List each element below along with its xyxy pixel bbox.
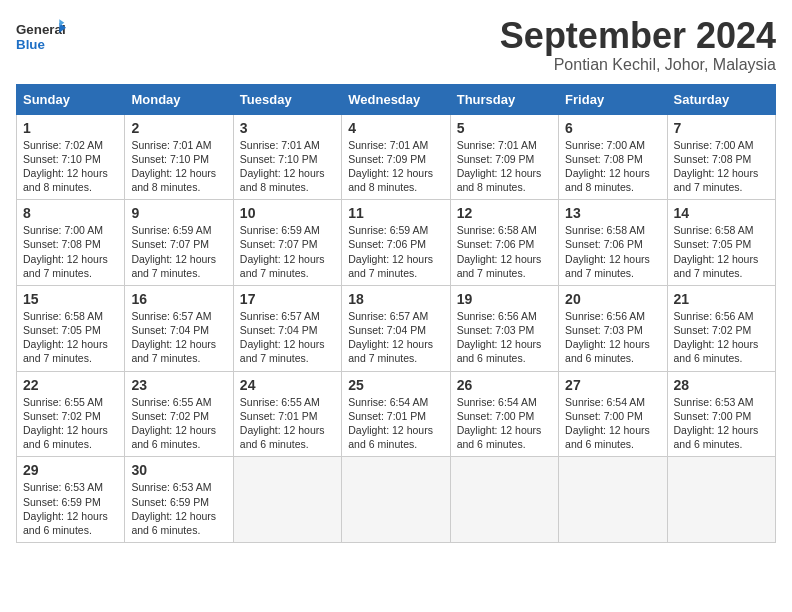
day-number: 16: [131, 291, 226, 307]
day-info: Sunrise: 7:01 AMSunset: 7:09 PMDaylight:…: [457, 138, 552, 195]
day-number: 30: [131, 462, 226, 478]
calendar-cell: 28Sunrise: 6:53 AMSunset: 7:00 PMDayligh…: [667, 371, 775, 457]
day-number: 26: [457, 377, 552, 393]
day-info: Sunrise: 6:56 AMSunset: 7:03 PMDaylight:…: [565, 309, 660, 366]
calendar-cell: 17Sunrise: 6:57 AMSunset: 7:04 PMDayligh…: [233, 285, 341, 371]
calendar-cell: 25Sunrise: 6:54 AMSunset: 7:01 PMDayligh…: [342, 371, 450, 457]
logo: General Blue: [16, 16, 66, 56]
calendar-cell: 29Sunrise: 6:53 AMSunset: 6:59 PMDayligh…: [17, 457, 125, 543]
day-number: 9: [131, 205, 226, 221]
day-of-week-header: Tuesday: [233, 84, 341, 114]
title-section: September 2024 Pontian Kechil, Johor, Ma…: [500, 16, 776, 74]
calendar-week-row: 29Sunrise: 6:53 AMSunset: 6:59 PMDayligh…: [17, 457, 776, 543]
calendar-cell: 27Sunrise: 6:54 AMSunset: 7:00 PMDayligh…: [559, 371, 667, 457]
calendar-cell: 7Sunrise: 7:00 AMSunset: 7:08 PMDaylight…: [667, 114, 775, 200]
calendar-cell: 14Sunrise: 6:58 AMSunset: 7:05 PMDayligh…: [667, 200, 775, 286]
day-info: Sunrise: 6:57 AMSunset: 7:04 PMDaylight:…: [348, 309, 443, 366]
day-number: 10: [240, 205, 335, 221]
day-number: 15: [23, 291, 118, 307]
calendar-cell: 3Sunrise: 7:01 AMSunset: 7:10 PMDaylight…: [233, 114, 341, 200]
month-year-title: September 2024: [500, 16, 776, 56]
day-info: Sunrise: 7:00 AMSunset: 7:08 PMDaylight:…: [674, 138, 769, 195]
day-info: Sunrise: 6:59 AMSunset: 7:07 PMDaylight:…: [240, 223, 335, 280]
day-info: Sunrise: 6:58 AMSunset: 7:05 PMDaylight:…: [674, 223, 769, 280]
day-number: 12: [457, 205, 552, 221]
day-info: Sunrise: 6:53 AMSunset: 7:00 PMDaylight:…: [674, 395, 769, 452]
calendar-cell: 16Sunrise: 6:57 AMSunset: 7:04 PMDayligh…: [125, 285, 233, 371]
calendar-cell: 19Sunrise: 6:56 AMSunset: 7:03 PMDayligh…: [450, 285, 558, 371]
calendar-cell: 30Sunrise: 6:53 AMSunset: 6:59 PMDayligh…: [125, 457, 233, 543]
svg-text:General: General: [16, 22, 66, 37]
day-info: Sunrise: 6:58 AMSunset: 7:05 PMDaylight:…: [23, 309, 118, 366]
calendar-cell: [450, 457, 558, 543]
day-info: Sunrise: 7:02 AMSunset: 7:10 PMDaylight:…: [23, 138, 118, 195]
calendar-cell: 18Sunrise: 6:57 AMSunset: 7:04 PMDayligh…: [342, 285, 450, 371]
day-of-week-header: Monday: [125, 84, 233, 114]
page-header: General Blue September 2024 Pontian Kech…: [16, 16, 776, 74]
calendar-cell: 24Sunrise: 6:55 AMSunset: 7:01 PMDayligh…: [233, 371, 341, 457]
day-number: 22: [23, 377, 118, 393]
day-info: Sunrise: 6:55 AMSunset: 7:02 PMDaylight:…: [23, 395, 118, 452]
day-info: Sunrise: 6:58 AMSunset: 7:06 PMDaylight:…: [457, 223, 552, 280]
day-info: Sunrise: 7:01 AMSunset: 7:10 PMDaylight:…: [240, 138, 335, 195]
day-info: Sunrise: 6:59 AMSunset: 7:07 PMDaylight:…: [131, 223, 226, 280]
calendar-cell: 21Sunrise: 6:56 AMSunset: 7:02 PMDayligh…: [667, 285, 775, 371]
calendar-cell: [559, 457, 667, 543]
calendar-cell: 9Sunrise: 6:59 AMSunset: 7:07 PMDaylight…: [125, 200, 233, 286]
day-info: Sunrise: 6:56 AMSunset: 7:03 PMDaylight:…: [457, 309, 552, 366]
day-info: Sunrise: 7:01 AMSunset: 7:10 PMDaylight:…: [131, 138, 226, 195]
day-number: 28: [674, 377, 769, 393]
calendar-cell: 13Sunrise: 6:58 AMSunset: 7:06 PMDayligh…: [559, 200, 667, 286]
day-info: Sunrise: 6:54 AMSunset: 7:01 PMDaylight:…: [348, 395, 443, 452]
calendar-week-row: 1Sunrise: 7:02 AMSunset: 7:10 PMDaylight…: [17, 114, 776, 200]
calendar-week-row: 22Sunrise: 6:55 AMSunset: 7:02 PMDayligh…: [17, 371, 776, 457]
day-number: 5: [457, 120, 552, 136]
day-number: 7: [674, 120, 769, 136]
day-number: 8: [23, 205, 118, 221]
calendar-cell: 11Sunrise: 6:59 AMSunset: 7:06 PMDayligh…: [342, 200, 450, 286]
day-info: Sunrise: 6:55 AMSunset: 7:02 PMDaylight:…: [131, 395, 226, 452]
day-number: 4: [348, 120, 443, 136]
day-info: Sunrise: 7:00 AMSunset: 7:08 PMDaylight:…: [23, 223, 118, 280]
calendar-cell: 26Sunrise: 6:54 AMSunset: 7:00 PMDayligh…: [450, 371, 558, 457]
svg-text:Blue: Blue: [16, 37, 45, 52]
day-number: 23: [131, 377, 226, 393]
calendar-cell: 2Sunrise: 7:01 AMSunset: 7:10 PMDaylight…: [125, 114, 233, 200]
day-info: Sunrise: 7:00 AMSunset: 7:08 PMDaylight:…: [565, 138, 660, 195]
day-number: 14: [674, 205, 769, 221]
day-number: 1: [23, 120, 118, 136]
calendar-cell: [342, 457, 450, 543]
day-number: 27: [565, 377, 660, 393]
calendar-cell: 10Sunrise: 6:59 AMSunset: 7:07 PMDayligh…: [233, 200, 341, 286]
calendar-cell: 8Sunrise: 7:00 AMSunset: 7:08 PMDaylight…: [17, 200, 125, 286]
day-number: 18: [348, 291, 443, 307]
calendar-header-row: SundayMondayTuesdayWednesdayThursdayFrid…: [17, 84, 776, 114]
day-number: 25: [348, 377, 443, 393]
day-number: 13: [565, 205, 660, 221]
day-number: 11: [348, 205, 443, 221]
calendar-cell: 6Sunrise: 7:00 AMSunset: 7:08 PMDaylight…: [559, 114, 667, 200]
day-info: Sunrise: 6:54 AMSunset: 7:00 PMDaylight:…: [565, 395, 660, 452]
day-info: Sunrise: 6:53 AMSunset: 6:59 PMDaylight:…: [23, 480, 118, 537]
day-number: 21: [674, 291, 769, 307]
day-number: 24: [240, 377, 335, 393]
day-info: Sunrise: 6:54 AMSunset: 7:00 PMDaylight:…: [457, 395, 552, 452]
calendar-cell: [233, 457, 341, 543]
day-number: 29: [23, 462, 118, 478]
calendar-cell: 23Sunrise: 6:55 AMSunset: 7:02 PMDayligh…: [125, 371, 233, 457]
day-number: 6: [565, 120, 660, 136]
calendar-week-row: 8Sunrise: 7:00 AMSunset: 7:08 PMDaylight…: [17, 200, 776, 286]
calendar-table: SundayMondayTuesdayWednesdayThursdayFrid…: [16, 84, 776, 543]
day-info: Sunrise: 7:01 AMSunset: 7:09 PMDaylight:…: [348, 138, 443, 195]
day-of-week-header: Sunday: [17, 84, 125, 114]
day-info: Sunrise: 6:58 AMSunset: 7:06 PMDaylight:…: [565, 223, 660, 280]
day-number: 3: [240, 120, 335, 136]
day-of-week-header: Saturday: [667, 84, 775, 114]
location-subtitle: Pontian Kechil, Johor, Malaysia: [500, 56, 776, 74]
day-of-week-header: Wednesday: [342, 84, 450, 114]
day-info: Sunrise: 6:57 AMSunset: 7:04 PMDaylight:…: [240, 309, 335, 366]
day-number: 19: [457, 291, 552, 307]
day-info: Sunrise: 6:59 AMSunset: 7:06 PMDaylight:…: [348, 223, 443, 280]
calendar-cell: 20Sunrise: 6:56 AMSunset: 7:03 PMDayligh…: [559, 285, 667, 371]
day-of-week-header: Friday: [559, 84, 667, 114]
